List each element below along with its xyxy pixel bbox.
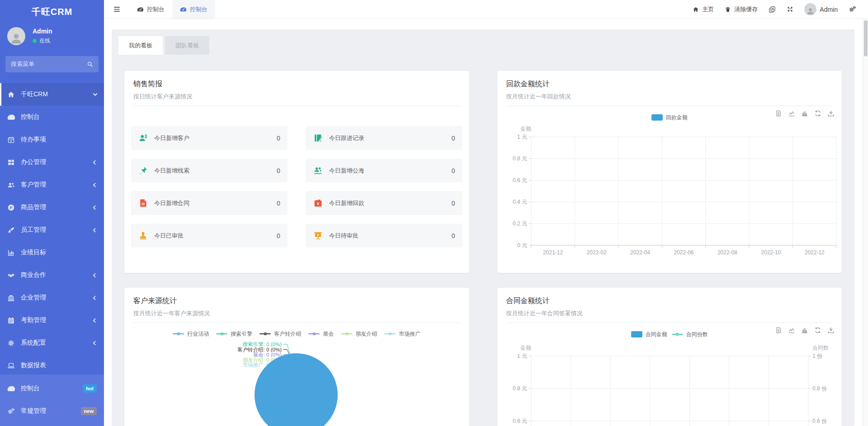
chevron-left-icon (93, 295, 98, 300)
home-icon (693, 6, 699, 13)
sidebar-item-product[interactable]: P商品管理 (0, 196, 104, 219)
topbar-tab-1[interactable]: 控制台 (172, 0, 215, 19)
legend-item[interactable]: 朋友介绍 (341, 330, 377, 338)
topbar-user-name: Admin (820, 6, 838, 13)
sidebar-item-report[interactable]: 数据报表 (0, 354, 104, 375)
svg-text:2022-02: 2022-02 (586, 249, 606, 256)
refresh-icon[interactable] (814, 110, 821, 117)
divider (133, 323, 460, 323)
online-status-dot (33, 39, 37, 43)
user-avatar[interactable] (7, 27, 25, 45)
menu-search-input[interactable]: 搜索菜单 (5, 56, 99, 72)
sidebar-item-office[interactable]: 办公管理 (0, 151, 104, 173)
workspace-tab-0[interactable]: 我的看板 (118, 36, 163, 55)
download-icon[interactable] (827, 327, 835, 334)
svg-text:P: P (10, 205, 13, 210)
sidebar-item-home[interactable]: 千旺CRM (0, 83, 104, 106)
wallet-icon: ¥ (313, 198, 323, 208)
sidebar-item-system[interactable]: 系统配置 (0, 332, 104, 354)
workspace-tab-1[interactable]: 团队看板 (165, 36, 209, 55)
data-view-icon[interactable] (775, 327, 782, 334)
legend-label: 朋友介绍 (355, 330, 377, 338)
line-chart-icon[interactable] (788, 327, 795, 334)
stat-label: 今日新增回款 (329, 199, 364, 207)
refresh-icon[interactable] (814, 327, 821, 334)
legend-item[interactable]: 搜索引擎 (216, 330, 252, 338)
card-subtitle: 按月统计近一年合同签署情况 (506, 309, 833, 318)
legend-item[interactable]: 市场推广 (384, 330, 420, 338)
user-menu[interactable]: Admin (804, 3, 838, 15)
home-button[interactable]: 主页 (693, 5, 714, 14)
workspace-tabbar: 我的看板团队看板 (112, 29, 854, 55)
settings-button[interactable] (849, 5, 856, 13)
chart-toolbox (775, 110, 835, 117)
legend-line-icon (672, 332, 683, 337)
svg-text:1 元: 1 元 (517, 134, 527, 140)
sidebar-item-label: 客户管理 (21, 181, 46, 189)
fullscreen-button[interactable] (787, 6, 793, 13)
legend-item[interactable]: 合同份数 (672, 331, 708, 338)
chevron-left-icon (93, 160, 98, 164)
legend-item[interactable]: 合同金额 (631, 331, 667, 338)
svg-text:2022-12: 2022-12 (804, 249, 824, 256)
clear-cache-button[interactable]: 清除缓存 (725, 5, 758, 14)
tachometer-icon (180, 6, 186, 13)
scrollbar[interactable] (863, 19, 868, 426)
chart-axis-icon (7, 249, 15, 257)
legend-item[interactable]: 客户转介绍 (259, 330, 301, 338)
legend-line-icon (259, 331, 271, 337)
svg-text:0.8 份: 0.8 份 (812, 385, 827, 392)
legend-item[interactable]: 行业活动 (173, 330, 209, 338)
topbar-avatar (804, 3, 816, 15)
legend-swatch (631, 331, 642, 337)
scrollbar-thumb[interactable] (864, 20, 868, 56)
stat-value: 0 (452, 135, 455, 142)
card-customer-source: 客户来源统计 按月统计近一年客户来源情况 行业活动搜索引擎客户转介绍展会朋友介绍… (124, 288, 469, 426)
stat-label: 今日待审批 (329, 232, 359, 240)
legend-line-icon (216, 331, 227, 337)
sidebar-item-staff[interactable]: 员工管理 (0, 219, 104, 241)
sidebar-item-target[interactable]: 业绩目标 (0, 241, 104, 264)
legend-item[interactable]: 回款金额 (651, 114, 688, 122)
sidebar-bottom-menu: 控制台hot常规管理new (0, 375, 104, 426)
user-name: Admin (33, 28, 52, 35)
bar-chart-icon[interactable] (801, 327, 808, 334)
user-profile[interactable]: Admin 在线 (0, 23, 104, 52)
svg-text:1 元: 1 元 (517, 353, 527, 359)
data-view-icon[interactable] (775, 110, 782, 117)
svg-text:2022-06: 2022-06 (674, 249, 693, 256)
topbar-tab-0[interactable]: 控制台 (129, 0, 172, 19)
pie-legend: 行业活动搜索引擎客户转介绍展会朋友介绍市场推广 (124, 329, 469, 338)
tachometer-icon (7, 385, 15, 393)
sidebar-item-dashboard[interactable]: 控制台 (0, 106, 104, 128)
download-icon[interactable] (827, 110, 835, 117)
sidebar-item-label: 系统配置 (21, 339, 46, 347)
stat-label: 今日已审批 (154, 232, 184, 240)
sidebar-toggle-button[interactable] (104, 0, 129, 19)
card-subtitle: 按日统计客户来源情况 (133, 93, 460, 101)
line-chart-icon[interactable] (788, 110, 795, 117)
gear-icon (7, 339, 15, 347)
sidebar-item-customer[interactable]: 客户管理 (0, 173, 104, 196)
sidebar-item-dashboard-hot[interactable]: 控制台hot (0, 377, 104, 400)
app-logo[interactable]: 千旺CRM (0, 0, 104, 23)
bar-chart-icon[interactable] (801, 110, 808, 117)
svg-text:0.8 元: 0.8 元 (512, 385, 527, 392)
chevron-left-icon (93, 183, 98, 187)
laptop-icon (7, 362, 15, 370)
sidebar-item-general-new[interactable]: 常规管理new (0, 400, 104, 422)
search-icon[interactable] (87, 61, 93, 67)
legend-item[interactable]: 展会 (308, 330, 334, 338)
language-button[interactable] (769, 6, 776, 13)
sidebar-item-attendance[interactable]: 考勤管理 (0, 309, 104, 332)
sidebar-item-cooperation[interactable]: 商业合作 (0, 264, 104, 286)
sidebar-menu: 千旺CRM控制台待办事项办公管理客户管理P商品管理员工管理业绩目标商业合作企业管… (0, 78, 104, 375)
chevron-left-icon (93, 228, 98, 232)
sidebar-item-todo[interactable]: 待办事项 (0, 128, 104, 151)
sidebar-item-enterprise[interactable]: 企业管理 (0, 286, 104, 309)
sidebar-item-label: 企业管理 (21, 294, 46, 302)
card-contract-chart: 合同金额统计 按月统计近一年合同签署情况 合同金额合同份数 1 元0.8 元0.… (497, 288, 842, 426)
topbar: 控制台控制台 主页 清除缓存 Admin (104, 0, 868, 19)
chevron-left-icon (93, 341, 98, 345)
legend-line-icon (341, 331, 352, 337)
